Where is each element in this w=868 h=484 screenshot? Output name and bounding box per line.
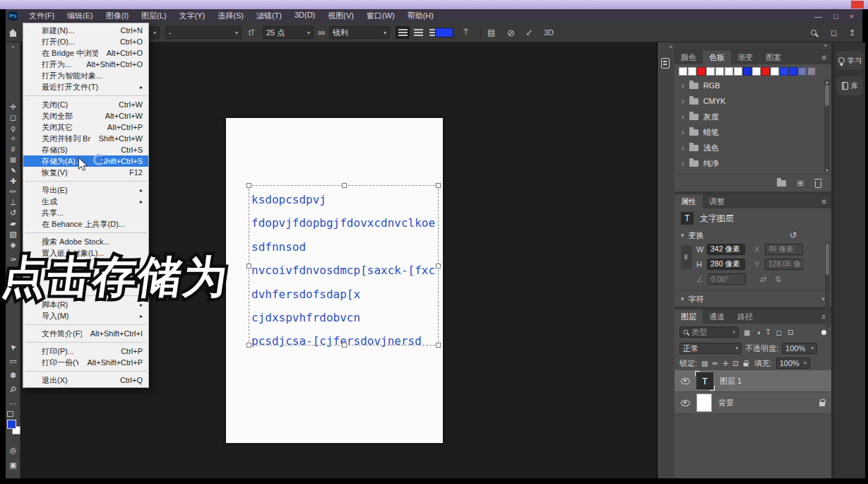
lock-artboard-icon[interactable]: ⊡ <box>732 360 738 367</box>
filter-toggle-icon[interactable] <box>821 330 826 335</box>
file-menu-item[interactable]: 导出(E) ▸ <box>23 184 148 196</box>
lock-transparent-icon[interactable]: ▨ <box>701 360 708 367</box>
color-swatch[interactable] <box>706 67 715 76</box>
file-menu-item[interactable]: 关闭(C) Ctrl+W <box>23 99 148 110</box>
menu-item[interactable]: 图层(L) <box>135 9 172 23</box>
chevron-right-icon[interactable]: › <box>682 159 684 167</box>
file-menu-item[interactable]: 打开(O)... Ctrl+O <box>23 36 148 47</box>
maximize-button[interactable]: □ <box>833 12 838 20</box>
lock-all-icon[interactable] <box>743 362 748 366</box>
commit-edits-icon[interactable]: ✓ <box>525 28 533 38</box>
filter-pixel-layers-icon[interactable]: ▦ <box>744 329 750 336</box>
layer-row-background[interactable]: 背景 <box>674 392 831 414</box>
color-swatch[interactable] <box>789 67 797 76</box>
reset-transform-icon[interactable]: ↺ <box>790 230 797 240</box>
handle-top-right[interactable] <box>436 183 441 188</box>
swatch-group-row[interactable]: › 蜡笔 <box>674 124 831 140</box>
frame-tool[interactable]: ⊠ <box>6 155 20 165</box>
visibility-eye-icon[interactable] <box>681 400 690 406</box>
dock-expand-icon[interactable]: » <box>824 42 827 49</box>
color-swatch[interactable] <box>752 67 761 76</box>
file-menu-item[interactable]: 在 Behance 上共享(D)... <box>23 218 148 230</box>
menu-item[interactable]: 3D(D) <box>288 9 321 23</box>
strip-close-button[interactable] <box>851 1 864 8</box>
menu-item[interactable]: 视图(V) <box>321 9 360 23</box>
file-menu-item[interactable]: 打印一份(Y) Alt+Shift+Ctrl+P <box>23 357 148 368</box>
menu-item[interactable]: 文件(F) <box>23 9 61 23</box>
tab-properties[interactable]: 属性 <box>674 194 703 208</box>
file-menu-item[interactable]: 打开为... Alt+Shift+Ctrl+O <box>23 59 148 70</box>
healing-brush-tool[interactable]: ✚ <box>6 176 20 187</box>
move-tool[interactable]: ✛ <box>6 102 20 112</box>
opacity-dropdown[interactable]: 100%▾ <box>782 343 817 354</box>
color-swatch[interactable] <box>771 67 779 76</box>
file-menu-item[interactable]: 在 Bridge 中浏览(B)... Alt+Ctrl+O <box>23 47 148 59</box>
filter-smart-objects-icon[interactable]: ⊡ <box>787 329 793 336</box>
minimize-button[interactable]: — <box>814 12 822 20</box>
foreground-color[interactable] <box>7 420 16 429</box>
swatch-group-row[interactable]: › CMYK <box>674 93 831 109</box>
swatch-group-row[interactable]: › 浅色 <box>674 140 831 155</box>
tab-channels[interactable]: 通道 <box>703 309 731 324</box>
chevron-right-icon[interactable]: › <box>682 112 684 121</box>
handle-top-left[interactable] <box>246 183 251 188</box>
libraries-panel-button[interactable]: 库 <box>837 76 863 95</box>
chevron-right-icon[interactable]: › <box>682 128 684 136</box>
scroll-up-icon[interactable]: ▴ <box>826 79 828 84</box>
file-menu-item[interactable]: 存储(S) Ctrl+S <box>23 144 148 155</box>
collapsed-panel-icon[interactable] <box>661 58 670 69</box>
file-menu-item[interactable]: 文件简介(F)... Alt+Shift+Ctrl+I <box>23 328 148 339</box>
file-menu-item[interactable]: 新建(N)... Ctrl+N <box>23 25 148 36</box>
handle-bottom-center[interactable] <box>342 343 347 348</box>
zoom-tool[interactable]: ⚲ <box>6 384 20 395</box>
width-field[interactable]: 342 像素 <box>707 244 745 255</box>
chevron-right-icon[interactable]: › <box>682 97 684 105</box>
delete-swatch-icon[interactable] <box>815 181 821 188</box>
quick-mask-button[interactable]: ◎ <box>6 445 20 456</box>
flip-horizontal-icon[interactable]: ⇄ <box>760 275 766 284</box>
file-menu-item[interactable]: 导入(M) ▸ <box>23 310 148 321</box>
flip-vertical-icon[interactable]: ⇅ <box>775 275 781 284</box>
file-menu-item[interactable]: 关闭全部 Alt+Ctrl+W <box>23 110 148 122</box>
color-swatch[interactable] <box>725 67 733 76</box>
scroll-down-icon[interactable]: ▾ <box>826 167 828 172</box>
text-color-chip[interactable] <box>435 28 453 37</box>
align-center-button[interactable] <box>411 26 425 39</box>
gradient-tool[interactable]: ▧ <box>6 229 20 240</box>
handle-middle-right[interactable] <box>436 264 441 268</box>
swatch-group-row[interactable]: › 灰度 <box>674 109 831 124</box>
properties-scrollbar[interactable] <box>825 242 830 327</box>
marquee-tool[interactable]: ◻ <box>6 112 20 123</box>
anti-alias-dropdown[interactable]: 锐利▾ <box>329 26 390 39</box>
layer-filter-dropdown[interactable]: 类型 ▾ <box>679 326 739 338</box>
color-swatch[interactable] <box>743 67 751 76</box>
history-brush-tool[interactable]: ↺ <box>6 208 20 218</box>
handle-bottom-left[interactable] <box>246 343 251 348</box>
filter-shape-layers-icon[interactable]: ◻ <box>776 329 782 336</box>
clone-stamp-tool[interactable]: ⊥ <box>6 197 20 208</box>
color-swatch[interactable] <box>761 67 770 76</box>
chevron-right-icon[interactable]: › <box>682 143 684 152</box>
threed-button[interactable]: 3D <box>544 28 554 37</box>
dock-collapse-icon[interactable]: « <box>670 44 672 50</box>
quick-selection-tool[interactable]: ✧ <box>6 134 20 144</box>
tab-patterns[interactable]: 图案 <box>759 50 787 64</box>
menu-item[interactable]: 窗口(W) <box>360 9 401 23</box>
transform-section-header[interactable]: ▾ 变换 ↺ <box>674 228 831 242</box>
filter-type-layers-icon[interactable]: T <box>766 329 771 336</box>
swatch-group-row[interactable]: › RGB <box>674 78 831 93</box>
new-group-icon[interactable] <box>777 180 786 187</box>
tab-color[interactable]: 颜色 <box>674 50 703 64</box>
tab-paths[interactable]: 路径 <box>731 309 759 324</box>
lock-position-icon[interactable]: ✛ <box>723 360 728 367</box>
edit-toolbar[interactable]: ⋯ <box>6 399 20 409</box>
text-layer-thumbnail[interactable]: T <box>696 372 713 389</box>
file-menu-item[interactable]: 退出(X) Ctrl+Q <box>23 374 148 386</box>
lasso-tool[interactable]: ϙ <box>6 123 20 134</box>
swatch-group-row[interactable]: › 纯净 <box>674 155 831 171</box>
color-swatch[interactable] <box>734 67 742 76</box>
swatches-scrollbar[interactable]: ▴ ▾ <box>824 79 830 172</box>
learn-panel-button[interactable]: 学习 <box>837 51 863 70</box>
file-menu-item[interactable]: 关闭并转到 Bridge... Shift+Ctrl+W <box>23 133 148 144</box>
align-left-button[interactable] <box>396 26 410 39</box>
